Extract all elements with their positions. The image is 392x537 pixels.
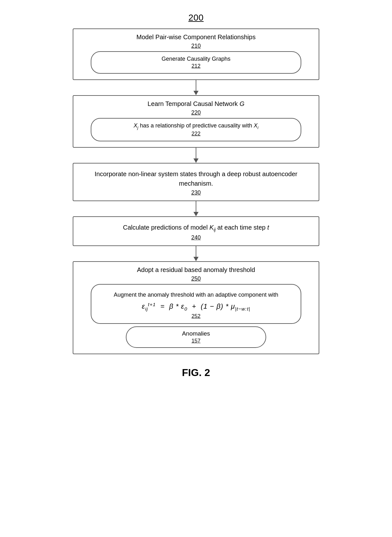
block-220-num: 220 [79,109,313,116]
inner-222-num: 222 [98,131,294,137]
block-240-num: 240 [79,234,313,241]
formula-math: εijt+1 = β * ε0 + (1 − β) * μ|t−w:t| [98,302,294,312]
inner-212-num: 212 [98,63,294,69]
diagram-container: 200 Model Pair-wise Component Relationsh… [73,13,319,379]
block-230-num: 230 [79,189,313,196]
anomalies-pill: Anomalies 157 [126,326,266,348]
block-220-label: Learn Temporal Causal Network G [79,100,313,108]
block-250-label: Adopt a residual based anomaly threshold [79,266,313,274]
inner-222-text: Xj has a relationship of predictive caus… [98,122,294,130]
arrow-1 [193,80,199,95]
arrow-4 [193,246,199,261]
inner-212-text: Generate Causality Graphs [98,56,294,62]
arrow-2-head [193,158,199,163]
anomalies-text: Anomalies [139,330,253,337]
fig-caption: FIG. 2 [182,367,210,379]
block-210-num: 210 [79,43,313,49]
block-210: Model Pair-wise Component Relationships … [73,28,319,80]
arrow-1-shaft [196,80,196,91]
arrow-2 [193,148,199,163]
inner-box-222: Xj has a relationship of predictive caus… [91,118,301,141]
formula-title: Augment the anomaly threshold with an ad… [98,290,294,299]
arrow-1-head [193,91,199,95]
block-240: Calculate predictions of model Kij at ea… [73,216,319,246]
top-label: 200 [188,13,204,23]
formula-252-num: 252 [98,313,294,319]
block-230: Incorporate non-linear system states thr… [73,163,319,201]
block-220: Learn Temporal Causal Network G 220 Xj h… [73,95,319,148]
block-230-text: Incorporate non-linear system states thr… [79,169,313,188]
arrow-2-shaft [196,148,196,158]
block-250: Adopt a residual based anomaly threshold… [73,261,319,355]
arrow-3 [193,201,199,216]
block-240-text: Calculate predictions of model Kij at ea… [79,223,313,233]
anomalies-num: 157 [139,338,253,344]
arrow-4-head [193,257,199,261]
arrow-3-head [193,212,199,216]
inner-box-212: Generate Causality Graphs 212 [91,51,301,74]
arrow-4-shaft [196,246,196,257]
block-210-label: Model Pair-wise Component Relationships [79,34,313,41]
arrow-3-shaft [196,201,196,212]
formula-box-252: Augment the anomaly threshold with an ad… [91,284,301,324]
block-250-num: 250 [79,275,313,282]
